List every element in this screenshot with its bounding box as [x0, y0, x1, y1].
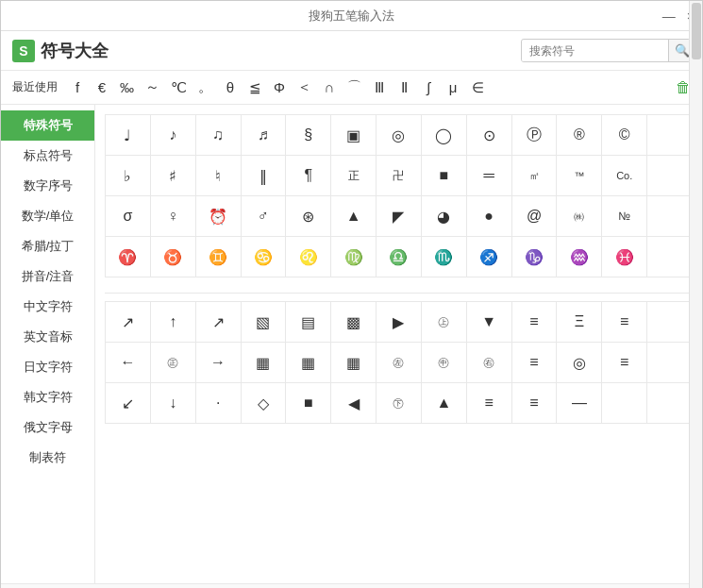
sym-cell[interactable]: ↓ — [151, 383, 195, 423]
sym-cell[interactable]: — — [557, 383, 601, 423]
sym-cell[interactable]: Ⓟ — [512, 115, 557, 155]
sym-cell[interactable]: · — [196, 383, 241, 423]
sidebar-item-pinyin[interactable]: 拼音/注音 — [1, 261, 94, 292]
sym-cell[interactable]: ⊙ — [467, 115, 511, 155]
search-button[interactable]: 🔍 — [668, 40, 691, 61]
sym-cell[interactable]: ■ — [286, 383, 330, 423]
sym-cell[interactable] — [647, 383, 692, 423]
sym-cell[interactable]: Ξ — [557, 302, 601, 342]
sidebar-item-punctuation[interactable]: 标点符号 — [1, 141, 94, 171]
sym-cell[interactable]: ¶ — [286, 156, 330, 195]
sym-cell[interactable]: ↙ — [106, 383, 150, 423]
recent-sym-celsius[interactable]: ℃ — [167, 77, 191, 98]
recent-sym-mu[interactable]: μ — [443, 77, 463, 97]
sym-cell[interactable]: ≡ — [512, 302, 557, 342]
sym-cell[interactable]: ≡ — [467, 383, 511, 423]
sym-cell[interactable]: ㈱ — [557, 196, 601, 236]
sym-cell[interactable]: ◯ — [422, 115, 466, 155]
sym-cell[interactable]: ↗ — [196, 302, 241, 342]
sym-cell[interactable]: ↗ — [106, 302, 150, 342]
sym-cell[interactable]: ♪ — [151, 115, 195, 155]
sym-cell[interactable]: ⊛ — [286, 196, 330, 236]
sym-cell-libra[interactable]: ♎ — [377, 237, 421, 277]
recent-sym-theta[interactable]: θ — [220, 77, 241, 97]
sym-cell[interactable]: ㊦ — [377, 383, 421, 423]
sym-cell[interactable]: ♫ — [196, 115, 241, 155]
recent-sym-arc[interactable]: ⌒ — [343, 76, 365, 98]
sym-cell[interactable]: ▲ — [331, 196, 376, 236]
sym-cell[interactable]: σ — [106, 196, 150, 236]
sym-cell[interactable] — [647, 115, 692, 155]
minimize-button[interactable]: — — [662, 9, 676, 23]
sym-cell[interactable]: ▦ — [242, 343, 286, 382]
sym-cell[interactable]: ▦ — [331, 343, 376, 382]
recent-sym-wave[interactable]: ～ — [142, 76, 163, 98]
sidebar-item-russian[interactable]: 俄文字母 — [1, 412, 94, 443]
sym-cell[interactable]: ㊤ — [422, 302, 466, 342]
sym-cell[interactable]: ═ — [467, 156, 511, 195]
sym-cell[interactable]: ▦ — [286, 343, 330, 382]
sym-cell[interactable]: ◕ — [422, 196, 466, 236]
sym-cell[interactable]: ♩ — [106, 115, 150, 155]
recent-sym-f[interactable]: f — [67, 77, 88, 97]
sym-cell[interactable]: ← — [106, 343, 150, 382]
sym-cell[interactable]: ≡ — [602, 302, 646, 342]
sym-cell[interactable]: ♭ — [106, 156, 150, 195]
sym-cell-gemini[interactable]: ♊ — [196, 237, 241, 277]
sym-cell-cap[interactable]: ♑ — [512, 237, 557, 277]
sym-cell[interactable]: ㊧ — [377, 343, 421, 382]
sym-cell[interactable]: ◎ — [377, 115, 421, 155]
recent-sym-phi[interactable]: Φ — [269, 77, 290, 97]
sym-cell[interactable]: © — [602, 115, 646, 155]
sym-cell[interactable]: ⏰ — [196, 196, 241, 236]
recent-sym-in[interactable]: ∈ — [467, 77, 488, 98]
sym-cell[interactable]: ≡ — [602, 343, 646, 382]
sym-cell[interactable]: ㊨ — [467, 343, 511, 382]
sidebar-item-numbers[interactable]: 数字序号 — [1, 171, 94, 201]
sym-cell[interactable]: ▶ — [377, 302, 421, 342]
recent-sym-period[interactable]: 。 — [194, 76, 216, 98]
sym-cell[interactable]: ㊥ — [422, 343, 466, 382]
sym-cell[interactable]: ♂ — [242, 196, 286, 236]
sym-cell[interactable]: ◤ — [377, 196, 421, 236]
sym-cell-taurus[interactable]: ♉ — [151, 237, 195, 277]
sym-cell[interactable]: ‖ — [242, 156, 286, 195]
sym-cell[interactable]: ♀ — [151, 196, 195, 236]
scrollbar-thumb[interactable] — [692, 3, 701, 59]
sym-cell-leo[interactable]: ♌ — [286, 237, 330, 277]
sidebar-item-special[interactable]: 特殊符号 — [1, 110, 94, 141]
sym-cell[interactable]: ® — [557, 115, 601, 155]
sidebar-item-phonetic[interactable]: 英文音标 — [1, 322, 94, 352]
sym-cell[interactable]: ● — [467, 196, 511, 236]
sym-cell[interactable] — [647, 156, 692, 195]
sym-cell-aqua[interactable]: ♒ — [557, 237, 601, 277]
sidebar-item-greek[interactable]: 希腊/拉丁 — [1, 231, 94, 261]
recent-sym-integral[interactable]: ∫ — [418, 77, 439, 97]
sym-cell[interactable]: ◎ — [557, 343, 601, 382]
sym-cell[interactable] — [647, 343, 692, 382]
sidebar-item-korean[interactable]: 韩文字符 — [1, 382, 94, 412]
sym-cell[interactable]: ▼ — [467, 302, 511, 342]
search-input[interactable] — [522, 41, 668, 61]
sym-cell[interactable] — [647, 237, 692, 277]
sym-cell[interactable] — [647, 302, 692, 342]
sym-cell[interactable]: ■ — [422, 156, 466, 195]
sym-cell[interactable]: ▤ — [286, 302, 330, 342]
sym-cell[interactable]: ™ — [557, 156, 601, 195]
recent-sym-perm[interactable]: ‰ — [116, 77, 138, 97]
sym-cell[interactable]: → — [196, 343, 241, 382]
recent-sym-ii[interactable]: Ⅱ — [393, 77, 414, 98]
sidebar-item-chinese[interactable]: 中文字符 — [1, 292, 94, 322]
sym-cell[interactable]: ◀ — [331, 383, 376, 423]
sidebar-item-japanese[interactable]: 日文字符 — [1, 352, 94, 382]
sidebar-item-math[interactable]: 数学/单位 — [1, 201, 94, 231]
sym-cell[interactable]: ㎡ — [512, 156, 557, 195]
recent-sym-cap[interactable]: ∩ — [319, 77, 340, 97]
sym-cell-pisces[interactable]: ♓ — [602, 237, 646, 277]
scrollbar[interactable] — [689, 1, 702, 588]
sym-cell[interactable]: ▲ — [422, 383, 466, 423]
sym-cell[interactable]: ▧ — [242, 302, 286, 342]
sym-cell[interactable]: ㊣ — [151, 343, 195, 382]
sym-cell[interactable]: ▩ — [331, 302, 376, 342]
recent-sym-leq[interactable]: ≦ — [244, 77, 265, 98]
